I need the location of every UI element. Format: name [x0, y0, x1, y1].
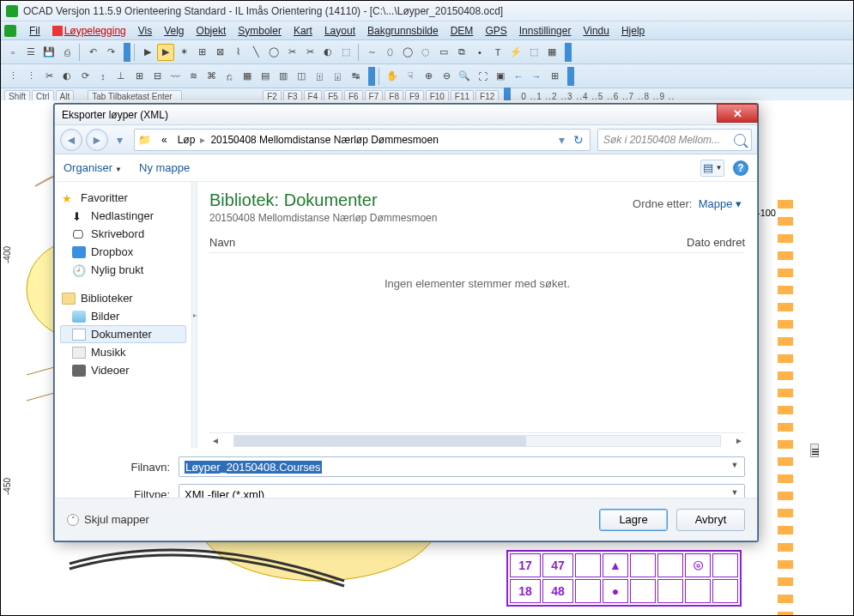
scroll-left-icon[interactable]: ◄: [209, 436, 221, 445]
tb2-e[interactable]: ↕: [94, 68, 112, 85]
menu-loypelegging[interactable]: Løypelegging: [49, 23, 130, 39]
tb2-f[interactable]: ⊥: [112, 68, 130, 85]
tb-tool-h[interactable]: ✂: [301, 44, 318, 61]
tb2-m[interactable]: ▦: [239, 68, 256, 85]
tb2-n[interactable]: ▤: [257, 68, 274, 85]
tb2-h[interactable]: ⊟: [148, 68, 166, 85]
tb2-p[interactable]: ◫: [293, 68, 310, 85]
breadcrumb[interactable]: 📁 « Løp ▸ 20150408 Mellomdistanse Nærløp…: [134, 129, 591, 151]
tb2-grid[interactable]: ⊞: [546, 68, 563, 85]
tree-bilder[interactable]: Bilder: [60, 307, 186, 325]
menu-gps[interactable]: GPS: [482, 23, 510, 39]
col-name[interactable]: Navn: [209, 236, 625, 249]
menu-hjelp[interactable]: Hjelp: [618, 23, 648, 39]
hide-folders-toggle[interactable]: ˄ Skjul mapper: [67, 513, 149, 526]
tree-skrivebord[interactable]: 🖵Skrivebord: [60, 225, 186, 243]
bc-seg-1[interactable]: Løp: [173, 134, 201, 146]
tb-play2[interactable]: ▶: [157, 44, 174, 61]
view-mode-button[interactable]: ▤▼: [700, 160, 724, 177]
tree-libraries-head[interactable]: Biblioteker: [60, 289, 186, 307]
tb-tool-o[interactable]: ▭: [435, 44, 452, 61]
tb-tool-u[interactable]: ▦: [543, 44, 560, 61]
tb-redo[interactable]: ↷: [102, 44, 119, 61]
filename-input[interactable]: Løyper_20150408.Courses ▼: [179, 456, 745, 477]
tb2-c[interactable]: ◐: [58, 68, 76, 85]
tb2-r[interactable]: ⍗: [329, 68, 346, 85]
tb-tool-l[interactable]: ⬯: [381, 44, 398, 61]
tree-nylig[interactable]: 🕘Nylig brukt: [60, 261, 186, 279]
tb-tool-b[interactable]: ⊞: [193, 44, 210, 61]
organise-button[interactable]: Organiser▼: [64, 161, 122, 174]
menu-fil[interactable]: Fil: [26, 23, 44, 39]
tb-tool-q[interactable]: •: [471, 44, 488, 61]
tb-open[interactable]: ☰: [22, 44, 39, 61]
bc-seg-2[interactable]: 20150408 Mellomdistanse Nærløp Dømmesmoe…: [205, 134, 443, 146]
tree-nedlastinger[interactable]: ⬇Nedlastinger: [60, 207, 186, 225]
menu-dem[interactable]: DEM: [447, 23, 477, 39]
tb-tool-k[interactable]: ～: [363, 44, 380, 61]
tree-dropbox[interactable]: Dropbox: [60, 243, 186, 261]
scroll-right-icon[interactable]: ►: [733, 436, 745, 445]
search-input[interactable]: Søk i 20150408 Mellom...: [597, 129, 752, 151]
scroll-indicator[interactable]: ≡: [810, 444, 819, 457]
tree-dokumenter[interactable]: Dokumenter: [60, 325, 186, 343]
pane-scrollbar[interactable]: ◄ ►: [209, 432, 745, 448]
filename-dropdown-icon[interactable]: ▼: [729, 461, 741, 473]
menu-velg[interactable]: Velg: [161, 23, 187, 39]
tb2-k[interactable]: ⌘: [203, 68, 220, 85]
menu-vis[interactable]: Vis: [135, 23, 155, 39]
tb-undo[interactable]: ↶: [84, 44, 101, 61]
tree-favorites-head[interactable]: ★Favoritter: [60, 189, 186, 207]
tb2-j[interactable]: ≋: [185, 68, 202, 85]
tb-new[interactable]: ▫: [4, 44, 21, 61]
menu-innstillinger[interactable]: Innstillinger: [516, 23, 575, 39]
close-button[interactable]: ✕: [717, 104, 758, 123]
tb-tool-m[interactable]: ◯: [399, 44, 416, 61]
tb2-o[interactable]: ▥: [275, 68, 292, 85]
tb-tool-g[interactable]: ✂: [283, 44, 300, 61]
tree-musikk[interactable]: Musikk: [60, 343, 186, 361]
tb2-hand[interactable]: ☟: [402, 68, 419, 85]
tb2-zoomout[interactable]: ⊖: [438, 68, 455, 85]
tb-tool-f[interactable]: ◯: [265, 44, 282, 61]
tb2-full[interactable]: ▣: [492, 68, 509, 85]
tb-tool-r[interactable]: T: [489, 44, 506, 61]
tb2-cut[interactable]: ✂: [40, 68, 58, 85]
tb2-pan[interactable]: ✋: [384, 68, 401, 85]
tb2-fit[interactable]: ⛶: [474, 68, 491, 85]
col-date[interactable]: Dato endret: [625, 236, 745, 249]
tb2-left[interactable]: ←: [510, 68, 527, 85]
tb2-q[interactable]: ⍐: [311, 68, 328, 85]
cancel-button[interactable]: Avbryt: [676, 509, 745, 531]
menu-bakgrunn[interactable]: Bakgrunnsbilde: [364, 23, 442, 39]
tb2-d[interactable]: ⟳: [76, 68, 94, 85]
save-button[interactable]: Lagre: [599, 509, 668, 531]
tb-save[interactable]: 💾: [40, 44, 58, 61]
tb2-zoom[interactable]: 🔍: [456, 68, 473, 85]
tb-tool-j[interactable]: ⬚: [337, 44, 354, 61]
tb2-g[interactable]: ⊞: [130, 68, 148, 85]
tb-print[interactable]: ⎙: [58, 44, 76, 61]
tb-tool-e[interactable]: ╲: [247, 44, 264, 61]
tb2-i[interactable]: 〰: [167, 68, 184, 85]
tb-tool-d[interactable]: ⌇: [229, 44, 246, 61]
menu-layout[interactable]: Layout: [321, 23, 359, 39]
menu-kart[interactable]: Kart: [290, 23, 316, 39]
nav-forward[interactable]: ►: [86, 129, 108, 151]
tb-tool-t[interactable]: ⬚: [525, 44, 542, 61]
tb-tool-a[interactable]: ✶: [175, 44, 192, 61]
tb-play[interactable]: ▶: [139, 44, 156, 61]
tb-tool-i[interactable]: ◐: [319, 44, 336, 61]
help-button[interactable]: ?: [733, 160, 748, 176]
menu-vindu[interactable]: Vindu: [579, 23, 612, 39]
tb-tool-n[interactable]: ◌: [417, 44, 434, 61]
tb-tool-c[interactable]: ⊠: [211, 44, 228, 61]
new-folder-button[interactable]: Ny mappe: [139, 161, 190, 174]
tb2-a[interactable]: ⋮: [4, 68, 21, 85]
bc-refresh[interactable]: ↻: [571, 130, 586, 149]
nav-back[interactable]: ◄: [60, 129, 82, 151]
nav-history[interactable]: ▾: [112, 130, 127, 149]
tb2-right[interactable]: →: [528, 68, 545, 85]
bc-dropdown[interactable]: ▾: [554, 130, 569, 149]
menu-symboler[interactable]: Symboler: [234, 23, 285, 39]
